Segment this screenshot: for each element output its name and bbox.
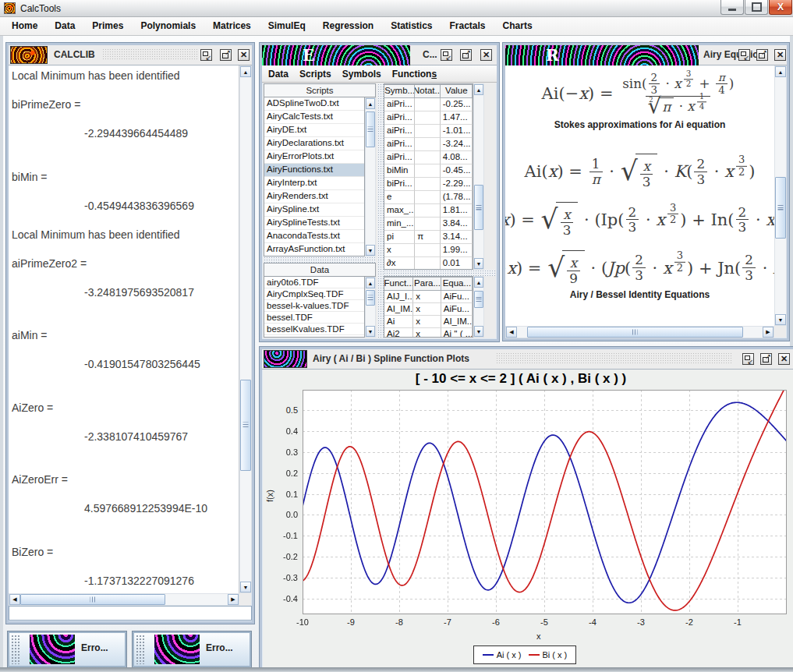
menu-home[interactable]: Home — [3, 17, 46, 35]
list-item[interactable]: bessel-k-values.TDF — [264, 300, 364, 312]
scroll-up-button[interactable]: ▲ — [366, 278, 375, 288]
scroll-down-button[interactable]: ▼ — [240, 582, 251, 592]
scrollbar[interactable]: ◀▶ — [505, 326, 774, 338]
table-row[interactable]: AixAI_IM... — [384, 316, 473, 328]
menu-statistics[interactable]: Statistics — [382, 17, 441, 35]
iconify-button[interactable] — [441, 49, 452, 61]
chart-titlebar[interactable]: Airy ( Ai / Bi ) Spline Function Plots ✕ — [262, 349, 793, 370]
calclib-command-input[interactable] — [9, 606, 252, 621]
list-item[interactable]: ADSplineTwoD.txt — [264, 97, 364, 111]
list-item[interactable]: AiryCalcTests.txt — [264, 111, 364, 124]
scrollbar[interactable]: ▲▼ — [365, 97, 376, 256]
frame-menu-scripts[interactable]: Scripts — [299, 69, 339, 80]
menu-fractals[interactable]: Fractals — [441, 17, 494, 35]
close-button[interactable]: ✕ — [480, 49, 492, 61]
split-divider[interactable] — [384, 270, 495, 276]
scrollbar[interactable]: ▲▼ — [473, 83, 484, 270]
scrollbar[interactable]: ▲▼ — [239, 65, 252, 593]
maximize-button[interactable] — [756, 49, 768, 61]
list-item[interactable]: besselKvalues.TDF — [264, 324, 364, 335]
window-maximize-button[interactable] — [745, 0, 768, 15]
list-item[interactable]: ArrayAsFunction.txt — [264, 243, 364, 256]
list-item[interactable]: airy0to6.TDF — [264, 277, 364, 288]
table-row[interactable]: aiPri...1.47... — [384, 111, 473, 125]
split-divider[interactable] — [264, 256, 376, 263]
split-divider[interactable] — [377, 83, 384, 338]
maximize-button[interactable] — [760, 353, 772, 365]
table-row[interactable]: AI_IM...xAiFu... — [384, 303, 473, 316]
window-titlebar[interactable]: CalcTools X — [0, 0, 793, 17]
close-button[interactable]: ✕ — [774, 49, 786, 61]
scrollbar-thumb[interactable] — [240, 380, 251, 470]
menu-regression[interactable]: Regression — [314, 17, 382, 35]
scrollbar[interactable]: ▲▼ — [473, 276, 484, 338]
menu-matrices[interactable]: Matrices — [204, 17, 260, 35]
table-row[interactable]: x1.99... — [384, 244, 473, 257]
list-item[interactable]: AiryFunctions.txt — [264, 164, 364, 177]
scrollbar-thumb[interactable] — [775, 177, 786, 239]
iconify-button[interactable] — [738, 49, 750, 61]
list-item[interactable]: bessel.TDF — [264, 312, 364, 324]
scroll-down-button[interactable]: ▼ — [775, 314, 786, 325]
scrollbar-thumb[interactable] — [366, 290, 375, 306]
scroll-down-button[interactable]: ▼ — [366, 245, 375, 256]
scrollbar-thumb[interactable] — [474, 185, 483, 231]
scroll-up-button[interactable]: ▲ — [366, 98, 375, 109]
scrollbar[interactable]: ▲▼ — [365, 277, 376, 338]
maximize-button[interactable] — [220, 49, 232, 61]
iconify-button[interactable] — [200, 49, 212, 61]
list-item[interactable]: AiryRenders.txt — [264, 190, 364, 203]
scrollbar[interactable]: ▲▼ — [774, 65, 787, 326]
scroll-down-button[interactable]: ▼ — [474, 326, 483, 337]
table-row[interactable]: e(1.78... — [384, 191, 473, 204]
frame-menu-functions[interactable]: Functions — [392, 69, 444, 80]
minimized-frame-error[interactable]: Erro... — [133, 631, 251, 667]
table-row[interactable]: Ai2xAi '' ( ... — [384, 328, 473, 338]
scroll-up-button[interactable]: ▲ — [240, 66, 251, 77]
table-row[interactable]: AIJ_I...xAiFu... — [384, 291, 473, 303]
column-header[interactable]: Value — [441, 84, 473, 98]
scroll-down-button[interactable]: ▼ — [474, 258, 483, 269]
frame-menu-symbols[interactable]: Symbols — [342, 69, 389, 80]
scroll-down-button[interactable]: ▼ — [366, 326, 375, 337]
table-row[interactable]: biPri...-2.29... — [384, 178, 473, 191]
list-item[interactable]: AiryErrorPlots.txt — [264, 150, 364, 164]
scroll-left-button[interactable]: ◀ — [506, 327, 517, 338]
table-row[interactable]: aiPri...-0.25... — [384, 98, 473, 111]
column-header[interactable]: Symb... — [384, 84, 415, 98]
scrollbar-thumb[interactable] — [20, 594, 165, 605]
minimized-frame-error[interactable]: Erro... — [8, 631, 126, 667]
list-item[interactable]: AnacondaTests.txt — [264, 230, 364, 243]
scroll-up-button[interactable]: ▲ — [474, 277, 483, 288]
equations-titlebar[interactable]: R Airy Equatio... ✕ — [505, 45, 787, 65]
calclib-titlebar[interactable]: CALCLIB ✕ — [9, 45, 252, 65]
table-row[interactable]: aiPri...-3.24... — [384, 138, 473, 151]
column-header[interactable]: Equa... — [441, 277, 473, 291]
table-row[interactable]: min_...3.84... — [384, 218, 473, 231]
tables-titlebar[interactable]: E C... ✕ — [262, 45, 497, 65]
table-row[interactable]: max_...1.81... — [384, 204, 473, 218]
menu-charts[interactable]: Charts — [494, 17, 541, 35]
menu-primes[interactable]: Primes — [83, 17, 132, 35]
scroll-right-button[interactable]: ▶ — [228, 594, 239, 605]
scrollbar-thumb[interactable] — [366, 111, 375, 147]
list-item[interactable]: AiryDE.txt — [264, 124, 364, 137]
menu-simuleq[interactable]: SimulEq — [260, 17, 314, 35]
column-header[interactable]: Para... — [413, 277, 441, 291]
scroll-up-button[interactable]: ▲ — [775, 66, 786, 77]
window-close-button[interactable]: X — [769, 0, 792, 15]
close-button[interactable]: ✕ — [238, 49, 250, 61]
scrollbar-thumb[interactable] — [527, 327, 743, 338]
menu-polynomials[interactable]: Polynomials — [132, 17, 204, 35]
scrollbar[interactable]: ◀▶ — [9, 593, 239, 606]
list-item[interactable]: AiryDeclarations.txt — [264, 137, 364, 150]
table-row[interactable]: aiPri...-1.01... — [384, 125, 473, 138]
scroll-left-button[interactable]: ◀ — [9, 594, 20, 605]
scroll-up-button[interactable]: ▲ — [474, 84, 483, 95]
column-header[interactable]: Funct... — [384, 277, 413, 291]
window-minimize-button[interactable] — [720, 0, 744, 15]
scrollbar-thumb[interactable] — [474, 291, 483, 308]
table-row[interactable]: piπ3.14... — [384, 231, 473, 244]
list-item[interactable]: AirySplineTests.txt — [264, 217, 364, 230]
close-button[interactable]: ✕ — [778, 353, 790, 365]
